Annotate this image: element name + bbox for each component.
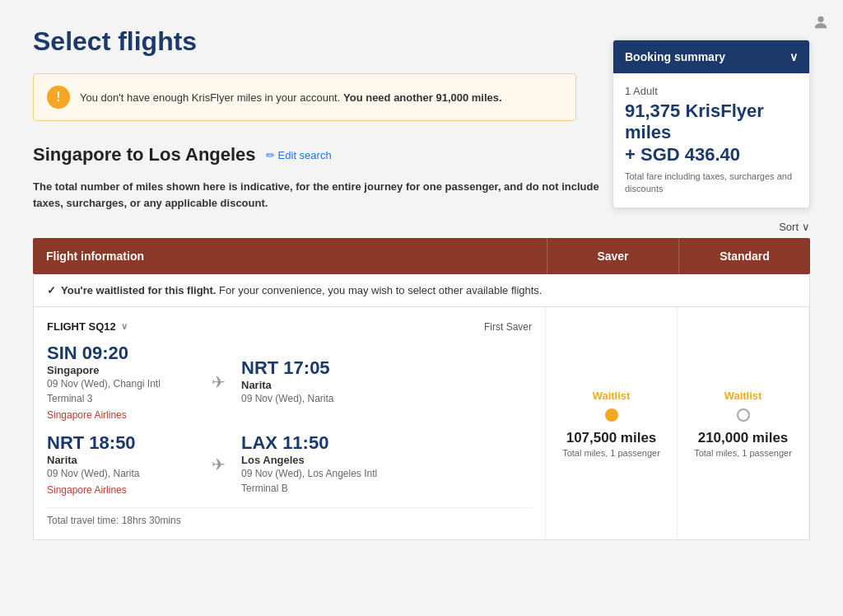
saver-miles-sub: Total miles, 1 passenger <box>562 448 660 458</box>
warning-text: You don't have enough KrisFlyer miles in… <box>80 91 502 104</box>
waitlist-notice: ✓ You're waitlisted for this flight. For… <box>33 274 810 307</box>
flight-number: FLIGHT SQ12 <box>47 320 116 333</box>
flight-card: FLIGHT SQ12 ∨ First Saver SIN 09:20 Sing… <box>33 307 810 540</box>
chevron-down-icon: ∨ <box>802 221 810 233</box>
sort-button[interactable]: Sort ∨ <box>779 221 810 233</box>
airline-1[interactable]: Singapore Airlines <box>47 409 195 421</box>
warning-bold: You need another 91,000 miles. <box>343 91 502 104</box>
booking-summary-title: Booking summary <box>625 50 725 63</box>
saver-col[interactable]: Waitlist 107,500 miles Total miles, 1 pa… <box>546 307 678 539</box>
flight-segment-1: SIN 09:20 Singapore 09 Nov (Wed), Changi… <box>47 343 532 421</box>
dep-terminal-1: Terminal 3 <box>47 391 195 406</box>
standard-miles-sub: Total miles, 1 passenger <box>694 448 792 458</box>
arr-date-1: 09 Nov (Wed), Narita <box>241 391 532 406</box>
edit-icon: ✏ <box>266 149 275 161</box>
arrival-info-2: LAX 11:50 Los Angeles 09 Nov (Wed), Los … <box>241 432 532 496</box>
arr-date-2: 09 Nov (Wed), Los Angeles Intl <box>241 466 532 481</box>
airline-2[interactable]: Singapore Airlines <box>47 484 195 496</box>
dep-city-2: Narita <box>47 454 195 466</box>
warning-normal: You don't have enough KrisFlyer miles in… <box>80 91 340 104</box>
flight-info-col: FLIGHT SQ12 ∨ First Saver SIN 09:20 Sing… <box>34 307 546 539</box>
adults-label: 1 Adult <box>625 85 798 97</box>
arr-time-1: NRT 17:05 <box>241 357 532 379</box>
departure-info-2: NRT 18:50 Narita 09 Nov (Wed), Narita Si… <box>47 432 195 496</box>
dep-time-2: NRT 18:50 <box>47 432 195 454</box>
first-saver-badge: First Saver <box>484 321 532 333</box>
col-flight-header: Flight information <box>33 238 547 274</box>
standard-col[interactable]: Waitlist 210,000 miles Total miles, 1 pa… <box>678 307 809 539</box>
saver-waitlist-label: Waitlist <box>593 390 631 402</box>
fare-note: Total fare including taxes, surcharges a… <box>625 170 798 196</box>
flight-segment-2: NRT 18:50 Narita 09 Nov (Wed), Narita Si… <box>47 432 532 496</box>
booking-summary-body: 1 Adult 91,375 KrisFlyer miles + SGD 436… <box>613 73 809 208</box>
arr-time-2: LAX 11:50 <box>241 432 532 454</box>
waitlist-bold: You're waitlisted for this flight. <box>61 284 216 296</box>
col-saver-header: Saver <box>547 238 678 274</box>
standard-waitlist-label: Waitlist <box>724 390 762 402</box>
edit-search-link[interactable]: ✏ Edit search <box>266 149 332 161</box>
arr-city-1: Narita <box>241 379 532 391</box>
total-travel: Total travel time: 18hrs 30mins <box>47 507 532 526</box>
chevron-down-icon: ∨ <box>789 50 798 63</box>
dep-time-1: SIN 09:20 <box>47 343 195 364</box>
chevron-down-icon: ∨ <box>121 321 128 332</box>
plane-icon-2: ✈ <box>202 455 235 474</box>
booking-summary: Booking summary ∨ 1 Adult 91,375 KrisFly… <box>612 40 810 208</box>
waitlist-normal: For your convenience, you may wish to se… <box>219 284 542 296</box>
arr-city-2: Los Angeles <box>241 454 532 466</box>
dep-date-2: 09 Nov (Wed), Narita <box>47 466 195 481</box>
dep-date-1: 09 Nov (Wed), Changi Intl <box>47 376 195 391</box>
col-standard-header: Standard <box>678 238 810 274</box>
booking-summary-header[interactable]: Booking summary ∨ <box>613 40 809 73</box>
sort-row: Sort ∨ <box>33 221 810 233</box>
arr-terminal-2: Terminal B <box>241 481 532 496</box>
check-icon: ✓ <box>47 284 56 296</box>
plane-icon-1: ✈ <box>202 372 235 392</box>
route-title: Singapore to Los Angeles <box>33 144 256 166</box>
arrival-info-1: NRT 17:05 Narita 09 Nov (Wed), Narita <box>241 357 532 406</box>
user-icon[interactable] <box>812 13 830 36</box>
disclaimer: The total number of miles shown here is … <box>33 179 609 211</box>
warning-banner: ! You don't have enough KrisFlyer miles … <box>33 73 576 121</box>
standard-miles: 210,000 miles <box>698 430 789 446</box>
sgd-amount: + SGD 436.40 <box>625 144 798 166</box>
flight-badge[interactable]: FLIGHT SQ12 ∨ First Saver <box>47 320 532 333</box>
saver-radio[interactable] <box>605 408 618 422</box>
edit-search-label: Edit search <box>278 149 332 161</box>
table-header: Flight information Saver Standard <box>33 238 810 274</box>
page-wrapper: Booking summary ∨ 1 Adult 91,375 KrisFly… <box>0 0 843 616</box>
warning-icon: ! <box>47 86 70 109</box>
saver-miles: 107,500 miles <box>566 430 657 446</box>
standard-radio[interactable] <box>737 408 750 422</box>
svg-point-0 <box>817 16 823 22</box>
departure-info: SIN 09:20 Singapore 09 Nov (Wed), Changi… <box>47 343 195 421</box>
dep-city-1: Singapore <box>47 364 195 376</box>
miles-amount: 91,375 KrisFlyer miles <box>625 100 798 144</box>
